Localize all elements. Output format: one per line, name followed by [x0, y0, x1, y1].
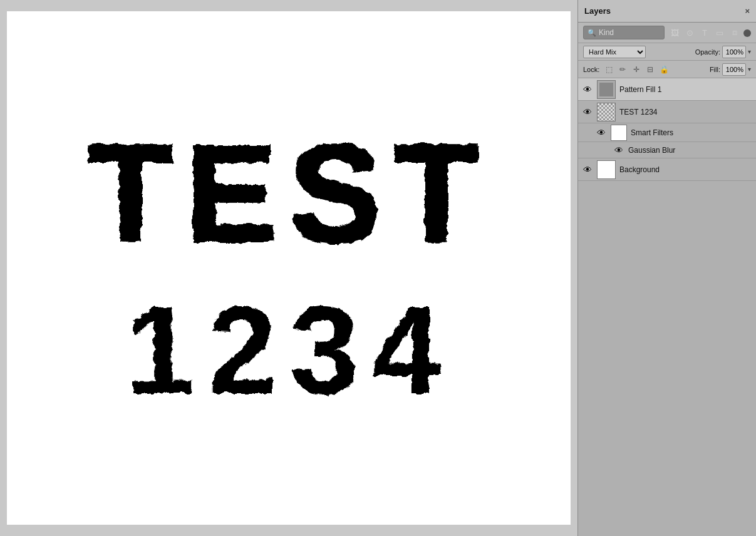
- blend-mode-dropdown[interactable]: Hard Mix Normal Multiply Screen Overlay: [583, 46, 646, 58]
- fill-chevron-icon[interactable]: ▾: [748, 66, 751, 73]
- layers-panel: Layers × 🔍 Kind 🖼 ⊙ T ▭ ⧈ Hard Mix Norma…: [577, 0, 756, 536]
- lock-icons-group: ⬚ ✏ ✛ ⊟ 🔒: [603, 64, 670, 75]
- eye-icon-pattern-fill[interactable]: 👁: [582, 84, 593, 95]
- layer-item-pattern-fill[interactable]: 👁 Pattern Fill 1: [578, 78, 756, 101]
- blend-opacity-row: Hard Mix Normal Multiply Screen Overlay …: [578, 43, 756, 61]
- fill-section: Fill: ▾: [710, 63, 751, 76]
- layer-thumbnail-test1234: [597, 103, 616, 121]
- search-icon: 🔍: [588, 29, 596, 37]
- layers-filter-toolbar: 🔍 Kind 🖼 ⊙ T ▭ ⧈: [578, 23, 756, 43]
- eye-icon-test1234[interactable]: 👁: [582, 106, 593, 118]
- dot-filter-icon[interactable]: [743, 29, 751, 37]
- layer-item-smart-filters[interactable]: 👁 Smart Filters: [578, 123, 756, 142]
- panel-header: Layers ×: [578, 0, 756, 23]
- kind-label: Kind: [599, 28, 614, 37]
- fill-input[interactable]: [722, 63, 746, 76]
- opacity-chevron-icon[interactable]: ▾: [748, 48, 751, 55]
- image-filter-icon[interactable]: 🖼: [668, 26, 681, 39]
- lock-move-icon[interactable]: ✛: [631, 64, 642, 75]
- close-button[interactable]: ×: [745, 6, 750, 16]
- panel-title: Layers: [584, 6, 611, 16]
- adjustment-filter-icon[interactable]: ⊙: [683, 26, 696, 39]
- eye-icon-smart-filters[interactable]: 👁: [596, 127, 607, 138]
- lock-image-icon[interactable]: ✏: [617, 64, 628, 75]
- eye-icon-gaussian-blur[interactable]: 👁: [613, 145, 624, 156]
- smartobj-filter-icon[interactable]: ⧈: [728, 26, 741, 39]
- layer-thumbnail-pattern-fill: [597, 80, 616, 99]
- opacity-section: Opacity: ▾: [695, 46, 751, 58]
- lock-fill-row: Lock: ⬚ ✏ ✛ ⊟ 🔒 Fill: ▾: [578, 61, 756, 78]
- layer-thumbnail-background: [597, 160, 616, 179]
- shape-filter-icon[interactable]: ▭: [713, 26, 726, 39]
- search-box[interactable]: 🔍 Kind: [583, 26, 665, 39]
- layer-name-gaussian-blur: Gaussian Blur: [628, 146, 752, 155]
- lock-all-icon[interactable]: 🔒: [658, 64, 670, 75]
- layer-name-test1234: TEST 1234: [619, 108, 752, 116]
- layers-list: 👁 Pattern Fill 1 👁 TEST 1234 👁: [578, 78, 756, 536]
- layer-item-test1234[interactable]: 👁 TEST 1234: [578, 101, 756, 123]
- canvas-area: TEST 1234: [0, 0, 577, 536]
- filter-icons-group: 🖼 ⊙ T ▭ ⧈: [668, 26, 751, 39]
- layer-name-background: Background: [619, 165, 752, 174]
- eye-icon-background[interactable]: 👁: [582, 164, 593, 175]
- lock-label: Lock:: [583, 66, 599, 73]
- canvas-text-test: TEST: [88, 124, 490, 262]
- fill-label: Fill:: [710, 66, 720, 73]
- layer-name-smart-filters: Smart Filters: [631, 128, 752, 137]
- layer-item-gaussian-blur[interactable]: 👁 Gaussian Blur: [578, 142, 756, 158]
- opacity-input[interactable]: [722, 46, 746, 58]
- opacity-label: Opacity:: [695, 48, 720, 56]
- type-filter-icon[interactable]: T: [698, 26, 711, 39]
- canvas-text-numbers: 1234: [125, 287, 453, 412]
- layer-name-pattern-fill: Pattern Fill 1: [619, 85, 752, 94]
- layer-thumbnail-smart-filters: [611, 125, 627, 141]
- lock-artboard-icon[interactable]: ⊟: [645, 64, 656, 75]
- canvas-document: TEST 1234: [7, 11, 571, 525]
- lock-pixels-icon[interactable]: ⬚: [603, 64, 614, 75]
- layer-item-background[interactable]: 👁 Background: [578, 158, 756, 181]
